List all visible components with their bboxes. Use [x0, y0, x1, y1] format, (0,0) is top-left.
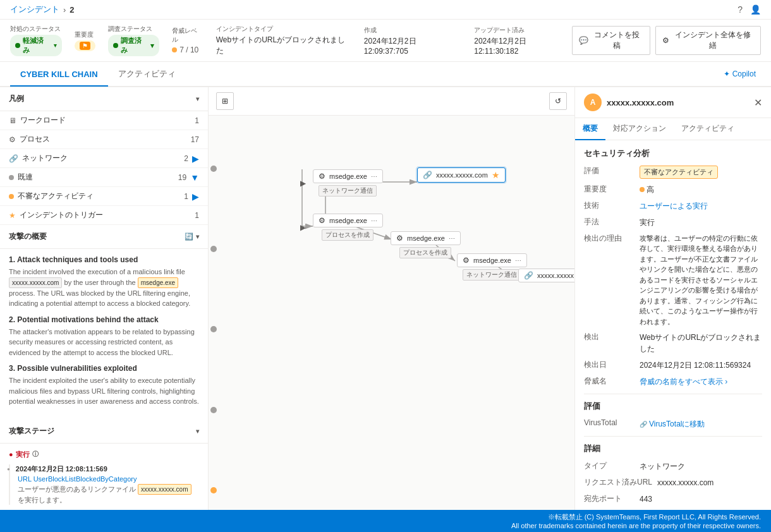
connector-dot-1: [210, 166, 217, 172]
attack-section-1-body: The incident involved the execution of a…: [9, 267, 199, 309]
technique-key: 技術: [584, 200, 634, 211]
edit-icon: ⚙: [662, 36, 669, 45]
right-panel-content: セキュリティ分析 評価 不審なアクティビティ 重要度 高 技術: [575, 140, 771, 532]
copilot-button[interactable]: ✦ Copilot: [719, 64, 761, 83]
threat-name-key: 脅威名: [584, 376, 634, 387]
edit-incident-button[interactable]: ⚙ インシデント全体を修繕: [655, 26, 761, 55]
msedge4-icon: ⚙: [463, 256, 470, 265]
entity-name: xxxxx.xxxxx.com: [607, 98, 674, 107]
right-tab-actions[interactable]: 対応アクション: [605, 118, 674, 140]
tab-cyber-kill-chain[interactable]: CYBER KILL CHAIN: [10, 63, 108, 87]
stage-execution: ● 実行 ⓘ: [9, 450, 199, 459]
right-panel-tabs: 概要 対応アクション アクティビティ: [575, 118, 771, 140]
row1-chevron[interactable]: ▶: [300, 179, 306, 188]
meta-severity: 重要度 ⚑: [75, 30, 95, 51]
trigger-icon: ★: [9, 211, 16, 220]
workload-label: ワークロード: [20, 115, 66, 126]
unusual-dot: [9, 194, 14, 199]
node-msedge3[interactable]: ⚙ msedge.exe ⋯ プロセスを作成: [391, 231, 461, 258]
investigation-dot: [113, 43, 118, 48]
refresh-graph-btn[interactable]: ↺: [549, 92, 567, 110]
node-url1[interactable]: 🔗 xxxxx.xxxxx.com ★: [417, 167, 506, 183]
url1-icon: 🔗: [423, 171, 432, 179]
url1-label: xxxxx.xxxxx.com: [436, 171, 488, 179]
refresh-icon[interactable]: 🔄: [185, 233, 193, 241]
connector-dot-4: [210, 407, 217, 413]
tabs-left: CYBER KILL CHAIN アクティビティ: [10, 62, 186, 86]
dest-port-key: 宛先ポート: [584, 493, 634, 504]
method-key: 手法: [584, 217, 634, 227]
user-icon[interactable]: 👤: [750, 4, 761, 15]
comment-button[interactable]: 💬 コメントを投稿: [572, 26, 650, 55]
created-label: 作成: [364, 26, 461, 35]
event-1-threat[interactable]: URL UserBlockListBlockedByCategory: [18, 475, 199, 483]
node-msedge4[interactable]: ⚙ msedge.exe ⋯ ネットワーク通信: [457, 253, 527, 281]
close-button[interactable]: ✕: [754, 97, 762, 109]
info-icon: ⓘ: [32, 450, 39, 459]
trigger-label: インシデントのトリガー: [20, 210, 103, 221]
virustotal-link[interactable]: VirusTotalに移動: [640, 418, 762, 430]
technique-row: 技術 ユーザーによる実行: [584, 200, 762, 212]
investigation-label: 調査ステータス: [108, 25, 159, 33]
detection-reason-key: 検出の理由: [584, 233, 634, 244]
attack-stage-chevron: ▾: [196, 428, 199, 435]
msedge2-sublabel: プロセスを作成: [322, 229, 373, 241]
attack-overview-chevron: ▾: [196, 233, 199, 240]
process-label: プロセス: [20, 134, 50, 145]
legend-chevron: ▾: [196, 95, 199, 102]
detection-date-row: 検出日 2024年12月2日 12:08:11:569324: [584, 360, 762, 371]
attack-section-2-heading: 2. Potential motivations behind the atta…: [9, 315, 199, 324]
eval-section-title: 評価: [584, 401, 762, 412]
tab-activity[interactable]: アクティビティ: [108, 62, 186, 87]
detection-key: 検出: [584, 332, 634, 342]
connector-dots: [209, 116, 219, 532]
right-tab-overview[interactable]: 概要: [575, 118, 605, 140]
msedge4-label: msedge.exe: [473, 257, 511, 264]
unusual-label: 不審なアクティビティ: [18, 191, 94, 202]
attack-stage-title: 攻撃ステージ: [9, 426, 54, 437]
breadcrumb-separator: ›: [63, 5, 66, 15]
attack-overview-header[interactable]: 攻撃の概要 🔄 ▾: [0, 225, 208, 249]
breadcrumb-parent[interactable]: インシデント: [10, 4, 59, 15]
attack-stage-header[interactable]: 攻撃ステージ ▾: [0, 420, 208, 444]
legend-section-header[interactable]: 凡例 ▾: [0, 87, 208, 111]
updated-label: アップデート済み: [474, 26, 571, 35]
meta-incident-type: インシデントタイプ WebサイトのURLがブロックされました: [216, 25, 351, 56]
attack-overview-title: 攻撃の概要: [9, 231, 47, 242]
type-key: タイプ: [584, 461, 634, 471]
request-url-key: リクエスト済みURL: [584, 477, 652, 488]
msedge4-expand[interactable]: ⋯: [515, 257, 521, 264]
severity-badge[interactable]: ⚑: [75, 40, 95, 51]
attack-section-1-heading: 1. Attack techniques and tools used: [9, 255, 199, 264]
security-analysis-title: セキュリティ分析: [584, 148, 762, 159]
connector-dot-2: [210, 246, 217, 252]
evaluation-key: 評価: [584, 166, 634, 176]
layout-icon-btn[interactable]: ⊞: [216, 92, 234, 110]
evaluation-row: 評価 不審なアクティビティ: [584, 166, 762, 179]
right-tab-activity[interactable]: アクティビティ: [674, 118, 742, 140]
node-msedge2[interactable]: ⚙ msedge.exe ⋯ プロセスを作成: [313, 214, 383, 241]
msedge3-expand[interactable]: ⋯: [449, 235, 455, 242]
virustotal-val: VirusTotalに移動: [640, 418, 762, 430]
threat-name-row: 脅威名 脅威の名前をすべて表示 ›: [584, 376, 762, 387]
created-value: 2024年12月2日 12:09:37:705: [364, 36, 461, 56]
threat-name-link[interactable]: 脅威の名前をすべて表示: [640, 377, 723, 386]
row2-chevron[interactable]: ▶: [300, 223, 306, 232]
msedge2-expand[interactable]: ⋯: [371, 217, 377, 224]
msedge1-sublabel: ネットワーク通信: [319, 185, 377, 196]
msedge1-expand[interactable]: ⋯: [371, 173, 377, 180]
url-tag: xxxxx.xxxxx.com: [9, 277, 62, 288]
help-icon[interactable]: ?: [738, 4, 743, 15]
related-arrow: ▼: [190, 172, 199, 183]
investigation-pill[interactable]: 調査済み ▾: [108, 35, 159, 56]
legend-item-trigger: ★ インシデントのトリガー 1: [0, 206, 208, 225]
status-pill[interactable]: 軽減済み ▾: [10, 35, 62, 56]
top-action-bar: 対処のステータス 軽減済み ▾ 重要度 ⚑ 調査ステータス 調査済み ▾: [0, 20, 771, 62]
technique-link[interactable]: ユーザーによる実行: [640, 202, 708, 210]
node-msedge1[interactable]: ⚙ msedge.exe ⋯ ネットワーク通信: [313, 169, 383, 196]
type-val: ネットワーク: [640, 461, 762, 472]
legend-item-related: 既連 19 ▼: [0, 168, 208, 187]
node-url2[interactable]: 🔗 xxxxx.xxxxx.com: [518, 269, 575, 282]
stage-event-1: 2024年12月2日 12:08:11:569 URL UserBlockLis…: [9, 464, 199, 505]
legend-item-process: ⚙ プロセス 17: [0, 130, 208, 149]
